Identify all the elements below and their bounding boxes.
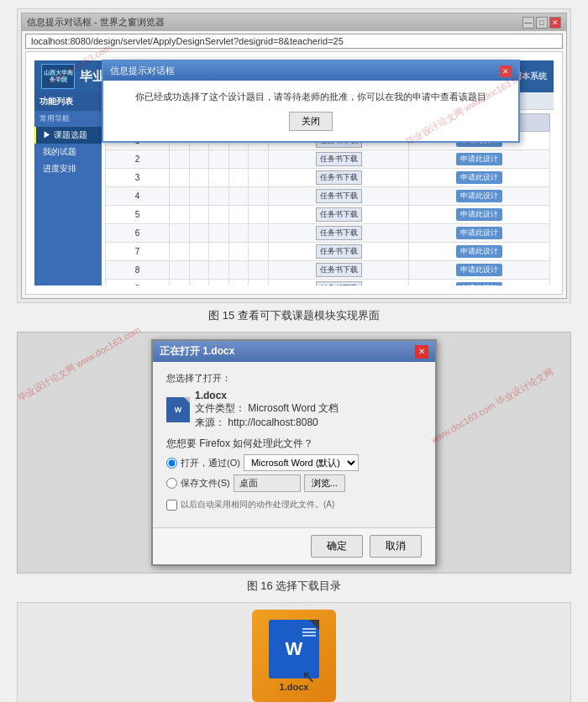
figure-16-caption: 图 16 选择下载目录 <box>0 579 588 594</box>
figure-15-caption: 图 15 查看可下载课题模块实现界面 <box>0 308 588 323</box>
cell-no: 7 <box>106 243 170 261</box>
cell-blank4 <box>228 169 249 187</box>
watermark-3: 毕业设计论文网 www.doc163.com <box>15 323 142 404</box>
filename: 1.docx <box>195 390 339 401</box>
ff-titlebar: 正在打开 1.docx ✕ <box>153 341 435 362</box>
sidebar-item-progress[interactable]: 进度安排 <box>34 160 102 177</box>
section-label: 您选择了打开： <box>166 372 422 385</box>
apply-button[interactable]: 申请此设计 <box>456 208 502 221</box>
radio-open[interactable] <box>166 458 177 469</box>
figure-17-screenshot: W 1.docx ↖ <box>17 602 571 702</box>
app-select[interactable]: Microsoft Word (默认) <box>244 454 359 471</box>
cell-blank2 <box>189 150 209 169</box>
dialog-close-button[interactable]: 关闭 <box>289 112 333 131</box>
cell-blank5 <box>249 224 269 243</box>
table-row: 5 任务书下载 申请此设计 <box>106 206 550 224</box>
ff-question: 您想要 Firefox 如何处理此文件？ <box>166 437 422 451</box>
browser-title: 信息提示对话框 - 世界之窗浏览器 <box>27 16 165 29</box>
radio-save[interactable] <box>166 478 177 489</box>
cell-blank4 <box>228 224 249 243</box>
radio-save-row[interactable]: 保存文件(S) 桌面 浏览... <box>166 474 422 492</box>
cell-blank3 <box>209 206 229 224</box>
download-button[interactable]: 任务书下载 <box>316 244 362 259</box>
doc-line-3 <box>302 635 316 637</box>
cell-blank3 <box>209 150 229 169</box>
dialog-close-x-button[interactable]: ✕ <box>500 65 512 77</box>
auto-action-checkbox[interactable] <box>166 500 177 511</box>
cell-blank5 <box>249 243 269 261</box>
cell-blank4 <box>228 206 249 224</box>
source-value: http://localhost:8080 <box>228 416 318 428</box>
browser-titlebar: 信息提示对话框 - 世界之窗浏览器 — □ ✕ <box>22 13 566 31</box>
ok-button[interactable]: 确定 <box>311 535 363 558</box>
app-content: 山西大学商务学院 毕业设计选题系统 ? 你好！李志鑫，欢迎使用本系统 功能列表 … <box>25 51 563 295</box>
cell-download: 任务书下载 <box>268 150 409 169</box>
download-button[interactable]: 任务书下载 <box>316 170 362 185</box>
download-button[interactable]: 任务书下载 <box>316 226 362 240</box>
sidebar-item-choose-topic[interactable]: ▶ 课题选题 <box>34 127 102 144</box>
apply-button[interactable]: 申请此设计 <box>456 153 502 165</box>
maximize-icon: □ <box>539 18 543 27</box>
cell-action: 申请此设计 <box>409 261 550 280</box>
cell-blank2 <box>189 243 209 261</box>
cell-blank4 <box>228 261 249 280</box>
cell-blank5 <box>249 150 269 169</box>
dialog-body: 你已经成功选择了这个设计题目，请等待老师的批准，你可以在我的申请中查看该题目 关… <box>103 81 518 141</box>
cell-download: 任务书下载 <box>268 169 409 187</box>
download-button[interactable]: 任务书下载 <box>316 263 362 277</box>
cancel-button[interactable]: 取消 <box>370 535 422 558</box>
cell-blank4 <box>228 243 249 261</box>
cell-blank1 <box>169 243 189 261</box>
sidebar: 功能列表 常用导航 ▶ 课题选题 我的试题 进度安排 <box>34 92 102 286</box>
cell-blank5 <box>249 169 269 187</box>
cell-blank3 <box>209 280 229 286</box>
download-button[interactable]: 任务书下载 <box>316 281 362 286</box>
table-row: 6 任务书下载 申请此设计 <box>106 224 550 243</box>
apply-button[interactable]: 申请此设计 <box>456 190 502 202</box>
cell-blank3 <box>209 187 229 206</box>
ff-body: 您选择了打开： W 1.docx 文件类型： Microsoft Word 文档… <box>153 362 435 527</box>
close-button[interactable]: ✕ <box>549 17 561 29</box>
download-button[interactable]: 任务书下载 <box>316 189 362 203</box>
address-bar[interactable]: localhost:8080/design/servlet/ApplyDesig… <box>25 34 563 49</box>
cell-blank2 <box>189 261 209 280</box>
browse-button[interactable]: 浏览... <box>304 474 345 492</box>
cell-blank3 <box>209 224 229 243</box>
maximize-button[interactable]: □ <box>536 17 548 29</box>
cell-download: 任务书下载 <box>268 224 409 243</box>
radio-open-row[interactable]: 打开，通过(O) Microsoft Word (默认) <box>166 454 422 471</box>
download-button[interactable]: 任务书下载 <box>316 207 362 222</box>
cell-no: 9 <box>106 280 170 286</box>
cell-blank4 <box>228 187 249 206</box>
file-type-value: Microsoft Word 文档 <box>248 402 339 414</box>
table-row: 7 任务书下载 申请此设计 <box>106 243 550 261</box>
dialog-title: 信息提示对话框 <box>110 65 175 77</box>
apply-button[interactable]: 申请此设计 <box>456 171 502 184</box>
dialog-message: 你已经成功选择了这个设计题目，请等待老师的批准，你可以在我的申请中查看该题目 <box>117 91 505 103</box>
cell-action: 申请此设计 <box>409 243 550 261</box>
file-type-label: 文件类型： <box>195 402 245 414</box>
ff-close-button[interactable]: ✕ <box>415 345 428 359</box>
cell-blank2 <box>189 224 209 243</box>
radio-save-label: 保存文件(S) <box>181 477 230 490</box>
download-button[interactable]: 任务书下载 <box>316 152 362 166</box>
apply-button[interactable]: 申请此设计 <box>456 264 502 276</box>
auto-action-row[interactable]: 以后自动采用相同的动作处理此文件。(A) <box>166 499 422 511</box>
doc-line-2 <box>302 631 316 633</box>
cell-blank4 <box>228 280 249 286</box>
sidebar-header: 功能列表 <box>34 92 102 111</box>
window-controls: — □ ✕ <box>522 17 561 29</box>
close-icon: ✕ <box>552 18 559 27</box>
sidebar-item-my-topics[interactable]: 我的试题 <box>34 144 102 160</box>
minimize-button[interactable]: — <box>522 17 534 29</box>
cell-no: 6 <box>106 224 170 243</box>
minimize-icon: — <box>525 18 533 27</box>
cell-blank4 <box>228 150 249 169</box>
word-doc-icon[interactable]: W 1.docx ↖ <box>252 610 336 702</box>
apply-button[interactable]: 申请此设计 <box>456 282 502 286</box>
firefox-dialog: 正在打开 1.docx ✕ 您选择了打开： W 1.docx 文件类型： Mic… <box>151 339 437 566</box>
apply-button[interactable]: 申请此设计 <box>456 227 502 239</box>
doc-line-1 <box>302 628 316 630</box>
apply-button[interactable]: 申请此设计 <box>456 245 502 258</box>
cell-no: 3 <box>106 169 170 187</box>
